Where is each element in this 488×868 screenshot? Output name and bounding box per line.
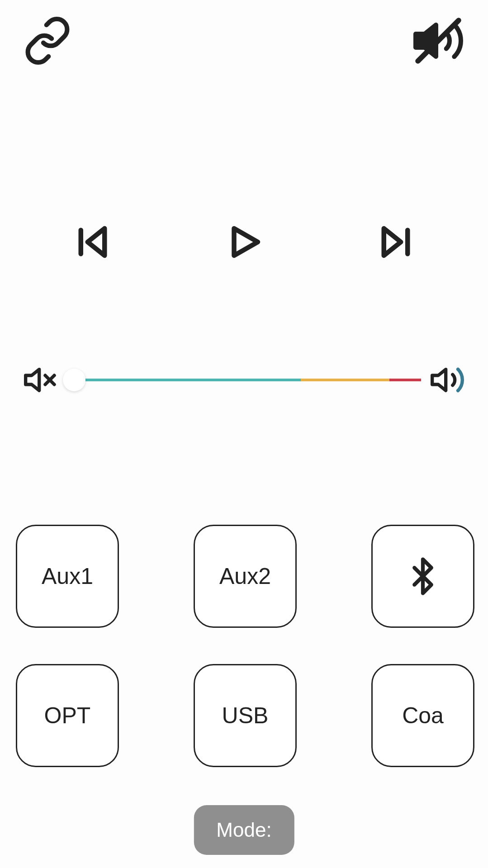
source-label: Aux1 [42, 563, 93, 589]
play-button[interactable] [224, 222, 265, 262]
slider-segment-low [67, 379, 301, 381]
source-label: OPT [44, 702, 91, 729]
next-track-button[interactable] [375, 222, 416, 262]
svg-marker-5 [384, 228, 401, 256]
volume-slider-thumb[interactable] [63, 369, 85, 391]
svg-marker-7 [26, 370, 39, 391]
svg-marker-2 [87, 228, 104, 256]
source-opt-button[interactable]: OPT [16, 664, 119, 767]
bluetooth-icon [403, 556, 443, 597]
mode-label: Mode: [216, 819, 271, 841]
svg-marker-4 [234, 228, 258, 256]
previous-track-button[interactable] [72, 222, 113, 262]
source-usb-button[interactable]: USB [194, 664, 297, 767]
link-icon[interactable] [23, 16, 72, 66]
volume-max-icon[interactable] [429, 362, 465, 398]
volume-mute-icon[interactable] [23, 362, 59, 398]
source-label: Coa [402, 702, 444, 729]
source-coa-button[interactable]: Coa [371, 664, 474, 767]
source-aux1-button[interactable]: Aux1 [16, 525, 119, 628]
svg-marker-10 [432, 370, 446, 391]
source-bluetooth-button[interactable] [371, 525, 474, 628]
source-label: Aux2 [219, 563, 271, 589]
slider-segment-mid [301, 379, 389, 381]
mode-button[interactable]: Mode: [194, 805, 294, 855]
source-label: USB [222, 702, 269, 729]
volume-slider[interactable] [67, 379, 421, 381]
slider-segment-high [389, 379, 421, 381]
mute-icon[interactable] [411, 14, 465, 68]
source-aux2-button[interactable]: Aux2 [194, 525, 297, 628]
